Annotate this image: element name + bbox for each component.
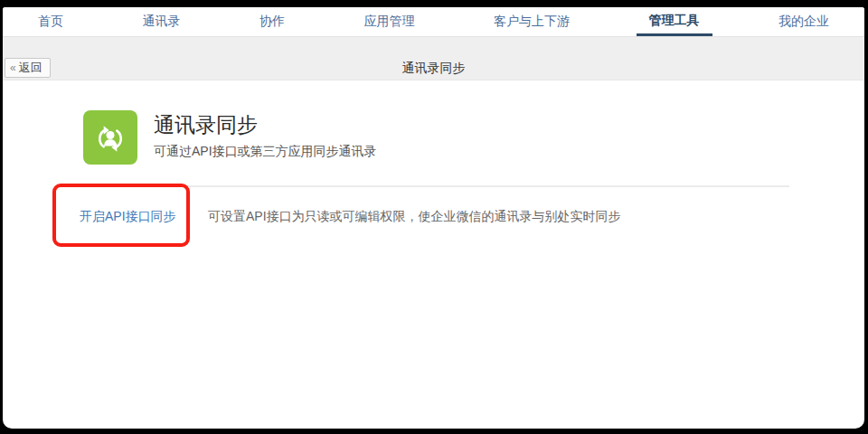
section-divider — [81, 185, 789, 187]
nav-item-home[interactable]: 首页 — [25, 7, 76, 36]
app-title: 通讯录同步 — [154, 111, 377, 138]
person-sync-glyph — [90, 118, 130, 157]
nav-item-my-enterprise[interactable]: 我的企业 — [766, 7, 842, 36]
contact-sync-icon — [83, 110, 137, 165]
nav-item-collaboration[interactable]: 协作 — [247, 7, 297, 36]
nav-item-app-management[interactable]: 应用管理 — [352, 7, 428, 36]
api-sync-description: 可设置API接口为只读或可编辑权限，使企业微信的通讯录与别处实时同步 — [208, 209, 621, 225]
app-description: 可通过API接口或第三方应用同步通讯录 — [154, 144, 377, 160]
app-header: 通讯录同步 可通过API接口或第三方应用同步通讯录 — [83, 110, 377, 165]
page-title: 通讯录同步 — [3, 61, 864, 77]
nav-item-management-tools[interactable]: 管理工具 — [637, 7, 712, 36]
enable-api-sync-link[interactable]: 开启API接口同步 — [80, 209, 176, 225]
top-navigation: 首页 通讯录 协作 应用管理 客户与上下游 管理工具 我的企业 — [3, 7, 864, 36]
subheader-bar: « 返回 通讯录同步 — [3, 36, 864, 80]
app-window: 首页 通讯录 协作 应用管理 客户与上下游 管理工具 我的企业 « 返回 通讯录… — [3, 7, 864, 429]
app-text-block: 通讯录同步 可通过API接口或第三方应用同步通讯录 — [154, 110, 377, 165]
nav-item-customers[interactable]: 客户与上下游 — [481, 7, 582, 36]
nav-item-contacts[interactable]: 通讯录 — [130, 7, 193, 36]
